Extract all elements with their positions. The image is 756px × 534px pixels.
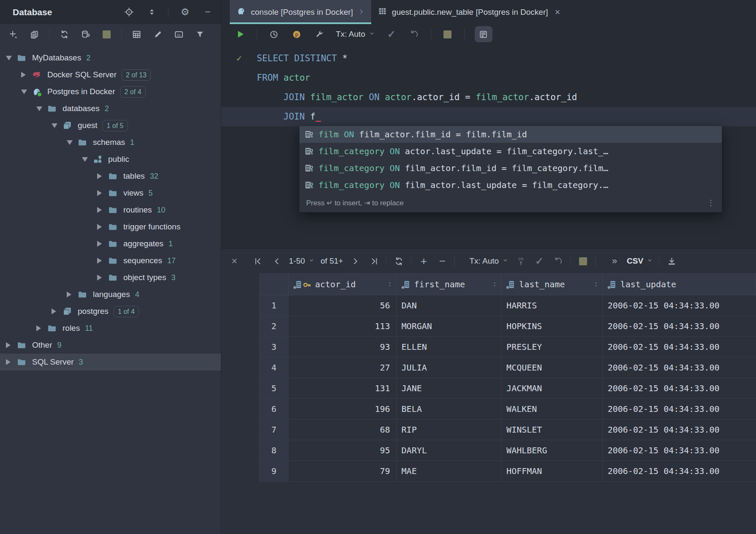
tree-item-views[interactable]: views5: [0, 185, 221, 202]
cell-last-update[interactable]: 2006-02-15 04:34:33.00: [603, 316, 756, 336]
tree-item-routines[interactable]: routines10: [0, 202, 221, 218]
wrench-icon[interactable]: [313, 27, 326, 41]
hide-icon[interactable]: −: [201, 5, 214, 19]
cell-actor-id[interactable]: 93: [288, 337, 397, 357]
submit-db-icon[interactable]: DB: [514, 254, 527, 268]
prev-page-icon[interactable]: [270, 254, 283, 268]
cell-actor-id[interactable]: 68: [288, 420, 397, 440]
cell-first-name[interactable]: BELA: [397, 399, 502, 419]
close-tab-icon[interactable]: ×: [555, 8, 560, 17]
cell-actor-id[interactable]: 27: [288, 357, 397, 378]
kebab-menu-icon[interactable]: ⋮: [707, 198, 715, 207]
tree-item-sequences[interactable]: sequences17: [0, 252, 221, 269]
column-header-first_name[interactable]: first_name: [397, 274, 502, 295]
commit-icon[interactable]: ✓: [385, 27, 398, 41]
tree-collapse-arrow-icon[interactable]: [82, 157, 93, 162]
tree-expand-arrow-icon[interactable]: [97, 275, 108, 281]
stop-icon[interactable]: [100, 27, 113, 41]
tree-expand-arrow-icon[interactable]: [21, 72, 32, 78]
tree-item-mydatabases[interactable]: MyDatabases2: [0, 49, 221, 66]
cell-last-update[interactable]: 2006-02-15 04:34:33.00: [603, 357, 756, 378]
cell-last-name[interactable]: JACKMAN: [501, 378, 603, 398]
duplicate-icon[interactable]: [28, 27, 41, 41]
cell-first-name[interactable]: RIP: [397, 420, 502, 440]
column-header-last_update[interactable]: last_update: [603, 274, 756, 295]
cell-last-name[interactable]: WINSLET: [501, 420, 603, 440]
tree-expand-arrow-icon[interactable]: [97, 258, 108, 264]
download-icon[interactable]: [665, 254, 678, 268]
tab-console[interactable]: console [Postgres in Docker]: [230, 0, 371, 24]
tree-item-object-types[interactable]: object types3: [0, 269, 221, 286]
tree-expand-arrow-icon[interactable]: [52, 308, 63, 314]
tree-collapse-arrow-icon[interactable]: [52, 123, 63, 128]
cell-last-name[interactable]: PRESLEY: [501, 337, 603, 357]
first-page-icon[interactable]: [252, 254, 264, 268]
row-number[interactable]: 3: [260, 337, 288, 357]
row-number[interactable]: 7: [260, 420, 288, 440]
completion-item-1[interactable]: film ON film_actor.film_id = film.film_i…: [299, 126, 722, 143]
row-number[interactable]: 8: [260, 440, 288, 460]
filter-icon[interactable]: [193, 27, 206, 41]
collapse-all-icon[interactable]: [145, 5, 158, 19]
cell-first-name[interactable]: JULIA: [397, 357, 502, 378]
row-number[interactable]: 2: [260, 316, 288, 336]
database-tree[interactable]: MyDatabases2Docker SQL Server2 of 13Post…: [0, 44, 221, 371]
cell-last-update[interactable]: 2006-02-15 04:34:33.00: [603, 378, 756, 398]
add-icon[interactable]: [7, 27, 19, 41]
add-row-icon[interactable]: +: [417, 254, 430, 268]
tree-item-languages[interactable]: languages4: [0, 286, 221, 303]
tree-item-guest[interactable]: guest1 of 5: [0, 117, 221, 134]
cell-last-name[interactable]: HOPKINS: [501, 316, 603, 336]
cell-last-name[interactable]: HOFFMAN: [501, 461, 603, 481]
completion-item-2[interactable]: film_category ON actor.last_update = fil…: [299, 143, 722, 160]
cell-actor-id[interactable]: 56: [288, 295, 397, 316]
export-format-dropdown[interactable]: CSV: [627, 256, 653, 266]
settings-icon[interactable]: ⚙: [179, 5, 191, 19]
tree-item-roles[interactable]: roles11: [0, 320, 221, 337]
tree-item-docker-sql-server[interactable]: Docker SQL Server2 of 13: [0, 66, 221, 83]
more-icon[interactable]: »: [608, 254, 621, 268]
cell-actor-id[interactable]: 113: [288, 316, 397, 336]
reload-icon[interactable]: [392, 254, 405, 268]
tree-item-schemas[interactable]: schemas1: [0, 134, 221, 151]
tree-expand-arrow-icon[interactable]: [67, 292, 78, 297]
tree-item-databases[interactable]: databases2: [0, 100, 221, 117]
tree-item-sql-server[interactable]: SQL Server3: [0, 354, 221, 371]
row-number[interactable]: 4: [260, 357, 288, 378]
tree-item-tables[interactable]: tables32: [0, 168, 221, 185]
cell-last-name[interactable]: WALKEN: [501, 399, 603, 419]
last-page-icon[interactable]: [367, 254, 380, 268]
cell-first-name[interactable]: MORGAN: [397, 316, 502, 336]
page-range-dropdown[interactable]: 1-50: [289, 256, 315, 266]
sql-editor[interactable]: ✓SELECT DISTINCT *FROM actorJOIN film_ac…: [221, 44, 756, 248]
tree-collapse-arrow-icon[interactable]: [6, 56, 17, 60]
profiler-icon[interactable]: p: [290, 27, 303, 41]
sort-icon[interactable]: [593, 279, 599, 289]
column-header-actor_id[interactable]: actor_id: [288, 274, 397, 295]
row-number[interactable]: 6: [260, 399, 288, 419]
tree-item-trigger-functions[interactable]: trigger functions: [0, 218, 221, 235]
tree-collapse-arrow-icon[interactable]: [36, 106, 47, 111]
delete-row-icon[interactable]: −: [436, 254, 449, 268]
tx-mode-dropdown[interactable]: Tx: Auto: [469, 256, 509, 266]
stop-icon[interactable]: [577, 254, 589, 268]
stop-icon[interactable]: [441, 27, 454, 41]
cell-last-update[interactable]: 2006-02-15 04:34:33.00: [603, 337, 756, 357]
sort-icon[interactable]: [492, 279, 498, 289]
cell-last-update[interactable]: 2006-02-15 04:34:33.00: [603, 440, 756, 460]
sort-icon[interactable]: [387, 279, 393, 289]
cell-last-name[interactable]: HARRIS: [501, 295, 603, 316]
refresh-icon[interactable]: [58, 27, 71, 41]
cell-first-name[interactable]: DARYL: [397, 440, 502, 460]
tree-item-aggregates[interactable]: aggregates1: [0, 235, 221, 252]
row-number[interactable]: 9: [260, 461, 288, 481]
tree-collapse-arrow-icon[interactable]: [67, 140, 78, 145]
tree-item-other[interactable]: Other9: [0, 337, 221, 354]
history-icon[interactable]: [267, 27, 280, 41]
tree-expand-arrow-icon[interactable]: [97, 190, 108, 196]
query-console-icon[interactable]: QL: [172, 27, 185, 41]
cell-last-update[interactable]: 2006-02-15 04:34:33.00: [603, 420, 756, 440]
tree-expand-arrow-icon[interactable]: [6, 342, 17, 348]
edit-icon[interactable]: [151, 27, 164, 41]
cell-last-update[interactable]: 2006-02-15 04:34:33.00: [603, 295, 756, 316]
